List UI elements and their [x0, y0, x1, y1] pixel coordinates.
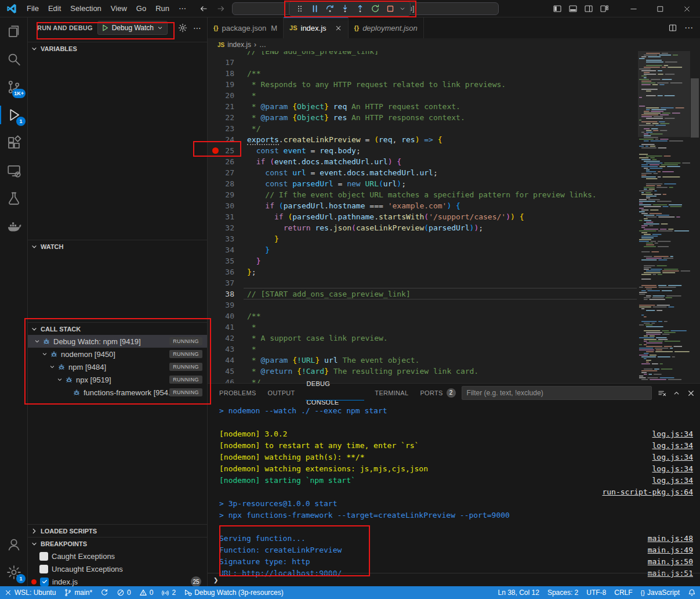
layout-panel-button[interactable]	[565, 0, 581, 17]
menu-item-file[interactable]: File	[22, 0, 43, 17]
breakpoint-row[interactable]: Uncaught Exceptions	[28, 562, 207, 575]
section-call-stack[interactable]: CALL STACK	[28, 322, 207, 335]
code-line[interactable]: if (event.docs.matchedUrl.url) {	[247, 156, 401, 167]
tab-deployment.json[interactable]: {}deployment.json	[349, 17, 424, 38]
line-number[interactable]: 38	[208, 288, 234, 300]
code-line[interactable]: }	[247, 244, 270, 255]
menu-item-go[interactable]: Go	[132, 0, 151, 17]
activity-item-explorer[interactable]	[0, 17, 28, 45]
code-line[interactable]: exports.createLinkPreview = (req, res) =…	[247, 134, 443, 145]
code-line[interactable]: * @param {!URL} url The event object.	[247, 355, 419, 366]
menu-item-selection[interactable]: Selection	[66, 0, 106, 17]
line-number[interactable]: 35	[208, 255, 234, 266]
minimize-button[interactable]	[620, 0, 647, 17]
activity-item-source-control[interactable]: 1K+	[0, 73, 28, 101]
panel-tab-output[interactable]: OUTPUT	[262, 384, 301, 402]
source-link[interactable]: log.js:34	[652, 475, 693, 486]
line-number[interactable]: 46	[208, 377, 234, 383]
activity-item-testing[interactable]	[0, 185, 28, 212]
layout-sidebar-right-button[interactable]	[581, 0, 596, 17]
close-panel-icon[interactable]	[687, 389, 695, 398]
status-wsl-ubuntu[interactable]: WSL: Ubuntu	[0, 586, 60, 599]
code-line[interactable]: const parsedUrl = new URL(url);	[247, 178, 406, 189]
more-actions-icon[interactable]: ⋯	[193, 23, 201, 33]
code-line[interactable]: *	[247, 90, 256, 101]
activity-item-accounts[interactable]	[0, 531, 28, 558]
code-editor[interactable]: // [END add_ons_preview_link]1718/**19 *…	[208, 51, 700, 383]
line-number[interactable]: 19	[208, 79, 234, 90]
line-number[interactable]: 31	[208, 211, 234, 222]
tab-index.js[interactable]: JSindex.js	[284, 17, 349, 38]
code-line[interactable]: *	[247, 344, 256, 355]
code-line[interactable]: *	[247, 322, 256, 333]
breakpoint-icon[interactable]	[212, 147, 219, 154]
gear-icon[interactable]	[178, 23, 187, 33]
editor-scrollbar[interactable]	[691, 78, 699, 138]
step-into-button[interactable]	[338, 2, 353, 16]
console-filter-input[interactable]	[462, 386, 652, 400]
call-stack-row[interactable]: npm [9484]RUNNING	[28, 360, 207, 373]
status-utf-8[interactable]: UTF-8	[582, 586, 610, 599]
status-ln-38-col-12[interactable]: Ln 38, Col 12	[494, 586, 543, 599]
call-stack-row[interactable]: nodemon [9450]RUNNING	[28, 348, 207, 360]
line-number[interactable]: 18	[208, 68, 234, 79]
code-line[interactable]: /**	[247, 311, 260, 322]
chevron-down-button[interactable]	[398, 2, 407, 16]
call-stack-row[interactable]: npx [9519]RUNNING	[28, 373, 207, 386]
section-breakpoints[interactable]: BREAKPOINTS	[28, 537, 207, 550]
menu-item-edit[interactable]: Edit	[43, 0, 66, 17]
activity-item-settings[interactable]: 1	[0, 558, 28, 586]
breadcrumb-file[interactable]: index.js	[227, 41, 251, 49]
line-number[interactable]: 17	[208, 57, 234, 68]
breakpoint-row[interactable]: Caught Exceptions	[28, 550, 207, 562]
section-variables[interactable]: VARIABLES	[28, 42, 207, 55]
status-crlf[interactable]: CRLF	[610, 586, 636, 599]
start-debug-icon[interactable]	[101, 24, 109, 32]
close-tab-icon[interactable]	[335, 24, 342, 32]
code-line[interactable]: return res.json(caseLinkPreview(parsedUr…	[247, 222, 483, 233]
code-line[interactable]: * A support case link preview.	[247, 333, 388, 344]
source-link[interactable]: log.js:34	[652, 452, 693, 463]
line-number[interactable]: 43	[208, 344, 234, 355]
panel-tab-terminal[interactable]: TERMINAL	[369, 384, 414, 402]
line-number[interactable]: 45	[208, 366, 234, 377]
menu-item-view[interactable]: View	[106, 0, 132, 17]
line-number[interactable]	[208, 51, 234, 57]
go-back-icon[interactable]	[199, 4, 208, 13]
code-line[interactable]: }	[247, 255, 260, 266]
restart-button[interactable]	[368, 2, 383, 16]
code-line[interactable]: */	[247, 377, 260, 383]
section-loaded-scripts[interactable]: LOADED SCRIPTS	[28, 524, 207, 537]
status-javascript[interactable]: {}JavaScript	[637, 586, 684, 599]
line-number[interactable]: 21	[208, 101, 234, 112]
step-over-button[interactable]	[322, 2, 338, 16]
source-link[interactable]: log.js:34	[652, 428, 693, 440]
line-number[interactable]: 41	[208, 322, 234, 333]
breakpoint-checkbox[interactable]	[40, 578, 49, 586]
go-forward-icon[interactable]	[216, 4, 226, 13]
code-line[interactable]: * @param {Object} res An HTTP response c…	[247, 112, 465, 123]
call-stack-row[interactable]: functions-framework [954...RUNNING	[28, 386, 207, 399]
line-number[interactable]: 44	[208, 355, 234, 366]
line-number[interactable]: 30	[208, 200, 234, 211]
menu-item-run[interactable]: Run	[151, 0, 174, 17]
source-link[interactable]: log.js:34	[652, 463, 693, 475]
source-link[interactable]: main.js:49	[648, 544, 693, 556]
status-2[interactable]: 2	[157, 586, 180, 599]
line-number[interactable]: 36	[208, 266, 234, 277]
line-number[interactable]: 24	[208, 134, 234, 145]
code-line[interactable]: /**	[247, 68, 260, 79]
layout-sidebar-left-button[interactable]	[549, 0, 565, 17]
status-bell[interactable]	[684, 586, 700, 599]
line-number[interactable]: 42	[208, 333, 234, 344]
breakpoint-row[interactable]: index.js25	[28, 575, 207, 586]
code-line[interactable]: };	[247, 266, 256, 277]
line-number[interactable]: 32	[208, 222, 234, 233]
status-spaces-2[interactable]: Spaces: 2	[543, 586, 582, 599]
more-actions-icon[interactable]: ⋯	[684, 23, 693, 33]
section-watch[interactable]: WATCH	[28, 240, 207, 252]
activity-item-search[interactable]	[0, 45, 28, 73]
line-number[interactable]: 33	[208, 233, 234, 244]
code-line[interactable]: // [END add_ons_preview_link]	[247, 51, 379, 57]
line-number[interactable]: 29	[208, 189, 234, 200]
